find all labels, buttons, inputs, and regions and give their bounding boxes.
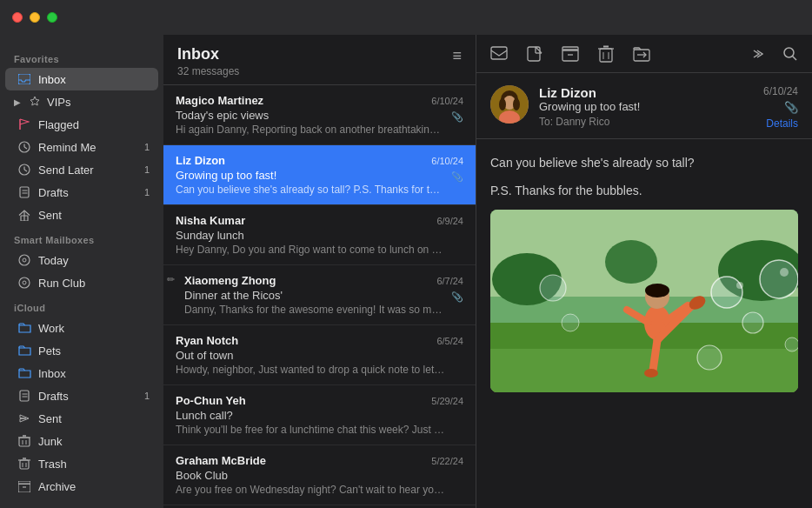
smart-mailboxes-label: Smart Mailboxes [0, 226, 163, 249]
message-item[interactable]: Magico Martinez 6/10/24 Today's epic vie… [163, 85, 476, 145]
sender-name: Xiaomeng Zhong [184, 274, 276, 287]
trash-button[interactable] [595, 42, 617, 66]
svg-line-4 [24, 147, 27, 149]
message-list-header: Inbox 32 messages ≡ [163, 35, 476, 85]
message-list: Inbox 32 messages ≡ Magico Martinez 6/10… [163, 35, 476, 508]
minimize-button[interactable] [30, 12, 40, 23]
attachment-icon: 📎 [451, 291, 463, 303]
close-button[interactable] [12, 12, 23, 23]
message-preview: Can you believe she's already so tall? P… [176, 184, 445, 196]
details-link[interactable]: Details [766, 117, 798, 130]
sidebar-item-trash-label: Trash [38, 458, 150, 471]
svg-rect-41 [600, 49, 612, 62]
svg-point-14 [23, 258, 26, 262]
svg-point-16 [23, 281, 26, 284]
icloud-section-label: iCloud [0, 294, 163, 317]
svg-rect-20 [19, 438, 30, 446]
svg-point-53 [499, 98, 506, 110]
archive-icon [17, 479, 31, 493]
message-items: Magico Martinez 6/10/24 Today's epic vie… [163, 85, 476, 508]
svg-point-60 [605, 240, 657, 284]
sidebar-item-sent[interactable]: Sent [5, 204, 158, 226]
message-count: 32 messages [177, 65, 239, 77]
detail-body: Can you believe she's already so tall? P… [476, 139, 812, 508]
svg-point-13 [19, 255, 30, 265]
sidebar-item-junk[interactable]: Junk [5, 430, 158, 452]
more-button[interactable] [746, 43, 767, 64]
sidebar-item-trash[interactable]: Trash [5, 452, 158, 475]
sidebar-item-junk-label: Junk [38, 435, 150, 448]
message-item[interactable]: Liz Dizon 6/10/24 Growing up too fast! C… [163, 145, 476, 205]
sidebar-item-run-club[interactable]: Run Club [5, 271, 158, 294]
sidebar-item-vips-label: VIPs [47, 96, 150, 109]
message-date: 5/29/24 [431, 396, 463, 406]
message-item[interactable]: Po-Chun Yeh 5/29/24 Lunch call? Think yo… [163, 385, 476, 445]
vips-star-icon [28, 95, 42, 109]
message-preview: Hey Danny, Do you and Rigo want to come … [176, 244, 445, 256]
sidebar-item-icloud-drafts-label: Drafts [38, 390, 129, 403]
sidebar-item-vips[interactable]: ▶ VIPs [5, 90, 158, 113]
maximize-button[interactable] [47, 12, 57, 23]
svg-point-48 [784, 48, 794, 57]
svg-point-76 [562, 314, 579, 331]
favorites-section-label: Favorites [0, 45, 163, 68]
sidebar-item-sent-label: Sent [38, 209, 150, 222]
detail-header-info: Liz Dizon Growing up too fast! To: Danny… [539, 85, 753, 130]
inbox-title: Inbox [177, 45, 239, 64]
svg-rect-39 [562, 47, 578, 50]
message-preview: Think you'll be free for a lunchtime cha… [176, 424, 445, 436]
send-later-icon [17, 163, 31, 177]
svg-line-68 [653, 340, 657, 371]
detail-toolbar [476, 35, 812, 73]
svg-point-72 [711, 277, 742, 308]
sidebar-item-run-club-label: Run Club [38, 277, 150, 290]
app-container: Favorites Inbox ▶ VIPs [0, 35, 812, 508]
message-item[interactable]: Graham McBride 5/22/24 Book Club Are you… [163, 445, 476, 505]
message-item[interactable]: ✏ Xiaomeng Zhong 6/7/24 Dinner at the Ri… [163, 265, 476, 325]
archive-button[interactable] [558, 43, 582, 65]
search-button[interactable] [779, 43, 802, 65]
move-button[interactable] [629, 43, 654, 65]
message-item[interactable]: Ryan Notch 6/5/24 Out of town Howdy, nei… [163, 325, 476, 385]
icloud-drafts-badge: 1 [136, 391, 150, 401]
sidebar-item-remind-me[interactable]: Remind Me 1 [5, 136, 158, 158]
sender-name: Nisha Kumar [176, 214, 245, 227]
sidebar-item-today[interactable]: Today [5, 249, 158, 271]
sidebar-item-archive-label: Archive [38, 480, 150, 493]
sidebar-item-send-later[interactable]: Send Later 1 [5, 158, 158, 181]
detail-image [490, 210, 798, 392]
message-detail: Liz Dizon Growing up too fast! To: Danny… [476, 35, 812, 508]
message-preview: Are you free on Wednesday night? Can't w… [176, 484, 445, 496]
sort-button[interactable]: ≡ [452, 47, 462, 65]
sidebar-item-inbox[interactable]: Inbox [5, 68, 158, 90]
inbox-icon [17, 72, 31, 86]
sidebar-item-icloud-inbox[interactable]: Inbox [5, 362, 158, 384]
svg-line-35 [536, 47, 542, 53]
svg-point-75 [540, 275, 566, 301]
sidebar-item-icloud-sent[interactable]: Sent [5, 407, 158, 430]
detail-subject: Growing up too fast! [539, 100, 753, 113]
message-subject: Out of town [176, 349, 463, 362]
sidebar-item-icloud-inbox-label: Inbox [38, 367, 150, 380]
svg-rect-8 [20, 187, 29, 197]
sidebar-item-pets[interactable]: Pets [5, 339, 158, 362]
message-subject: Today's epic views [176, 109, 463, 122]
svg-point-54 [513, 98, 520, 110]
compose-button[interactable] [523, 43, 546, 65]
sidebar-item-work[interactable]: Work [5, 317, 158, 339]
sidebar: Favorites Inbox ▶ VIPs [0, 35, 163, 508]
sender-name: Ryan Notch [176, 334, 238, 347]
sidebar-item-flagged[interactable]: Flagged [5, 113, 158, 136]
reply-button[interactable] [487, 43, 511, 65]
detail-header: Liz Dizon Growing up too fast! To: Danny… [476, 73, 812, 139]
message-item[interactable]: Nisha Kumar 6/9/24 Sunday lunch Hey Dann… [163, 205, 476, 265]
message-subject: Growing up too fast! [176, 169, 463, 182]
titlebar [0, 0, 812, 35]
message-date: 6/7/24 [436, 276, 463, 286]
sidebar-item-archive[interactable]: Archive [5, 475, 158, 498]
sidebar-item-icloud-drafts[interactable]: Drafts 1 [5, 384, 158, 407]
sender-name: Magico Martinez [176, 94, 263, 107]
body-line1: Can you believe she's already so tall? [490, 153, 798, 172]
icloud-drafts-icon [17, 389, 31, 403]
sidebar-item-drafts[interactable]: Drafts 1 [5, 181, 158, 204]
